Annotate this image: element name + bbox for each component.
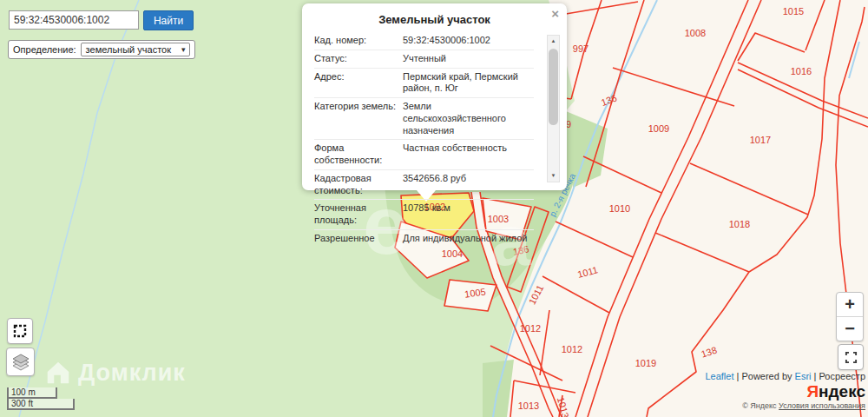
info-row: Кадастровая стоимость:3542656.8 руб [314,169,534,200]
info-row: Уточненная площадь:10785 кв.м [314,199,534,229]
zoom-out-button[interactable]: − [837,317,863,341]
fullscreen-icon [845,351,858,364]
powered-by-text: Powered by [741,371,794,381]
popup-scrollbar[interactable]: ▲ ▼ [547,35,560,182]
row-value: 10785 кв.м [403,202,534,227]
row-value: Частная собственность [403,142,534,167]
definition-select[interactable]: земельный участок ▾ [81,43,190,56]
info-row: Статус:Учтенный [314,50,534,68]
row-value: Учтенный [403,53,534,65]
info-row: Адрес:Пермский край, Пермский район, п. … [314,68,534,98]
info-row: РазрешенноеДля индивидуальной жилой [314,229,534,248]
row-label: Уточненная площадь: [314,202,398,227]
zoom-in-button[interactable]: + [837,293,863,317]
parcel-label[interactable]: 1009 [648,123,669,134]
scale-metric: 100 m [7,387,57,399]
row-label: Разрешенное [314,233,398,245]
parcel-label[interactable]: 1010 [609,203,630,214]
info-row: Кад. номер:59:32:4530006:1002 [314,32,534,50]
scale-control: 100 m 300 ft [7,387,75,410]
layers-button[interactable] [6,348,35,376]
search-bar: Найти [9,10,194,30]
yandex-logo: Яндекс [705,383,865,400]
parcel-label[interactable]: 1008 [685,28,706,38]
parcel-label[interactable]: 1018 [729,219,750,229]
parcel-label[interactable]: 1012 [520,323,541,334]
row-value: 59:32:4530006:1002 [403,35,534,47]
parcel-label[interactable]: 1004 [442,248,463,259]
row-value: Пермский край, Пермский район, п. Юг [403,71,534,96]
popup-title: Земельный участок [314,13,555,26]
row-label: Кадастровая стоимость: [314,173,398,197]
row-label: Категория земель: [314,101,398,136]
filter-label: Определение: [13,44,76,55]
parcel-label[interactable]: 1019 [635,358,656,368]
scroll-down-icon[interactable]: ▼ [548,170,559,182]
row-value: Для индивидуальной жилой [403,233,534,245]
scrollbar-thumb[interactable] [549,49,558,125]
cadastral-map-app: 997 1008 1015 1016 136 1009 1017 1010 10… [0,0,868,417]
map-attribution: Leaflet | Powered by Esri | Росреестр Ян… [705,371,865,412]
legend-tool-button[interactable] [7,318,33,344]
rosreestr-text: Росреестр [819,371,865,381]
esri-link[interactable]: Esri [795,371,812,381]
definition-filter: Определение: земельный участок ▾ [8,40,195,59]
search-input[interactable] [9,10,139,30]
close-icon[interactable]: × [551,7,559,20]
row-value: Земли сельскохозяйственного назначения [403,101,534,136]
scroll-up-icon[interactable]: ▲ [548,36,559,47]
attrib-sep: | [812,371,819,381]
zoom-control: + − [836,292,864,341]
search-button[interactable]: Найти [143,10,194,30]
parcel-label[interactable]: 1013 [518,400,539,411]
row-label: Статус: [314,53,398,65]
popup-body: Кад. номер:59:32:4530006:1002 Статус:Учт… [314,32,555,248]
row-label: Адрес: [314,71,398,96]
terms-of-use-link[interactable]: Условия использования [779,401,865,410]
parcel-label[interactable]: 1012 [562,344,582,354]
parcel-info-popup: × Земельный участок Кад. номер:59:32:453… [302,3,567,190]
info-row: Категория земель:Земли сельскохозяйствен… [314,97,534,139]
row-label: Кад. номер: [314,35,398,47]
parcel-label[interactable]: 1016 [791,66,812,76]
fullscreen-button[interactable] [838,344,864,370]
parcel-label[interactable]: 1017 [750,135,771,145]
parcel-label[interactable]: 1015 [783,6,804,17]
parcel-label[interactable]: 997 [573,43,589,54]
scale-imperial: 300 ft [7,399,75,410]
chevron-down-icon: ▾ [181,46,186,54]
leaflet-link[interactable]: Leaflet [705,371,733,381]
row-label: Форма собственности: [314,142,398,167]
info-row: Форма собственности:Частная собственност… [314,139,534,169]
layers-icon [11,353,30,372]
yandex-copyright: © Яндекс [742,401,779,410]
selected-option: земельный участок [86,44,171,55]
row-value: 3542656.8 руб [403,173,534,197]
dashed-square-icon [12,323,28,339]
